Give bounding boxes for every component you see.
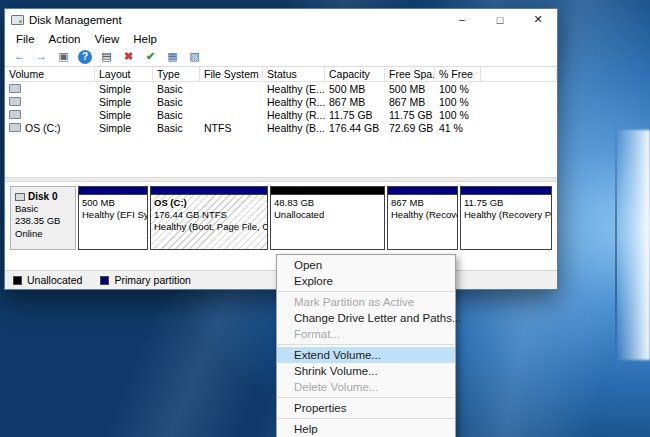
partition-size: 500 MB (82, 197, 144, 209)
column-volume[interactable]: Volume (5, 67, 95, 81)
title-bar[interactable]: Disk Management − □ ✕ (5, 9, 557, 30)
partition-size: 48.83 GB (274, 197, 381, 209)
partition-size: 176.44 GB NTFS (154, 209, 264, 221)
forward-icon[interactable]: → (34, 49, 49, 64)
volume-layout: Simple (95, 83, 153, 95)
column-filler (481, 67, 557, 81)
volume-capacity: 500 MB (325, 83, 385, 95)
volume-layout: Simple (95, 109, 153, 121)
partition-context-menu: Open Explore Mark Partition as Active Ch… (276, 254, 456, 437)
volume-pct-free: 100 % (435, 83, 481, 95)
legend-primary-partition: Primary partition (100, 274, 190, 286)
volume-type: Basic (153, 109, 200, 121)
partition-color-band (271, 187, 384, 195)
partition-size: 11.75 GB (464, 197, 548, 209)
volume-list-pane: Volume Layout Type File System Status Ca… (5, 67, 557, 177)
close-button[interactable]: ✕ (519, 9, 557, 30)
menu-file[interactable]: File (9, 33, 42, 45)
help-icon[interactable]: ? (78, 50, 92, 64)
extend-volume-icon[interactable]: ▦ (165, 49, 180, 64)
column-free-space[interactable]: Free Spa... (385, 67, 435, 81)
menu-help[interactable]: Help (126, 33, 164, 45)
volume-type: Basic (153, 83, 200, 95)
volume-layout: Simple (95, 122, 153, 134)
volume-pct-free: 100 % (435, 96, 481, 108)
menu-item-open[interactable]: Open (277, 257, 455, 273)
volume-row-2[interactable]: Simple Basic Healthy (R... 867 MB 867 MB… (5, 95, 557, 108)
column-layout[interactable]: Layout (95, 67, 153, 81)
partition-color-band (79, 187, 147, 195)
back-icon[interactable]: ← (12, 49, 27, 64)
disk-size: 238.35 GB (15, 215, 71, 227)
disk-0-panel[interactable]: Disk 0 Basic 238.35 GB Online (10, 186, 76, 250)
partition-unallocated[interactable]: 48.83 GB Unallocated (270, 186, 385, 250)
volume-type: Basic (153, 122, 200, 134)
menu-item-mark-partition-active: Mark Partition as Active (277, 294, 455, 310)
partition-status: Unallocated (274, 209, 381, 221)
column-capacity[interactable]: Capacity (325, 67, 385, 81)
volume-icon (9, 110, 21, 119)
shrink-volume-icon[interactable]: ▧ (187, 49, 202, 64)
volume-free: 500 MB (385, 83, 435, 95)
window-controls: − □ ✕ (443, 9, 557, 30)
partition-color-band (151, 187, 267, 195)
volume-row-os-c[interactable]: OS (C:) Simple Basic NTFS Healthy (B... … (5, 121, 557, 134)
partition-color-band (388, 187, 457, 195)
partition-recovery-1[interactable]: 867 MB Healthy (Recove (387, 186, 458, 250)
menu-item-change-drive-letter[interactable]: Change Drive Letter and Paths... (277, 310, 455, 326)
menu-item-delete-volume: Delete Volume... (277, 379, 455, 395)
volume-row-3[interactable]: Simple Basic Healthy (R... 11.75 GB 11.7… (5, 108, 557, 121)
volume-type: Basic (153, 96, 200, 108)
volume-row-1[interactable]: Simple Basic Healthy (E... 500 MB 500 MB… (5, 82, 557, 95)
volume-free: 72.69 GB (385, 122, 435, 134)
partition-size: 867 MB (391, 197, 454, 209)
menu-separator (278, 344, 454, 345)
column-file-system[interactable]: File System (200, 67, 263, 81)
volume-icon (9, 123, 21, 132)
window-title: Disk Management (29, 14, 122, 26)
volume-name: OS (C:) (25, 122, 61, 134)
disk-management-icon (11, 15, 24, 25)
column-type[interactable]: Type (153, 67, 200, 81)
wallpaper-light-glow (616, 130, 650, 360)
partition-name: OS (C:) (154, 197, 264, 209)
menu-action[interactable]: Action (42, 33, 88, 45)
menu-item-shrink-volume[interactable]: Shrink Volume... (277, 363, 455, 379)
primary-partition-swatch-icon (100, 276, 109, 285)
menu-item-explore[interactable]: Explore (277, 273, 455, 289)
menu-item-format: Format... (277, 326, 455, 342)
column-pct-free[interactable]: % Free (435, 67, 481, 81)
partition-status: Healthy (EFI Sy (82, 209, 144, 221)
maximize-button[interactable]: □ (481, 9, 519, 30)
volume-free: 867 MB (385, 96, 435, 108)
volume-list-header: Volume Layout Type File System Status Ca… (5, 67, 557, 82)
volume-pct-free: 100 % (435, 109, 481, 121)
partition-status: Healthy (Recovery Partit (464, 209, 548, 221)
column-status[interactable]: Status (263, 67, 325, 81)
volume-status: Healthy (E... (263, 83, 325, 95)
disk-management-window: Disk Management − □ ✕ File Action View H… (4, 8, 558, 290)
minimize-button[interactable]: − (443, 9, 481, 30)
volume-status: Healthy (R... (263, 109, 325, 121)
legend-unallocated: Unallocated (13, 274, 82, 286)
volume-capacity: 176.44 GB (325, 122, 385, 134)
partition-os-c[interactable]: OS (C:) 176.44 GB NTFS Healthy (Boot, Pa… (150, 186, 268, 250)
disk-type: Basic (15, 203, 71, 215)
volume-icon (9, 97, 21, 106)
menu-item-extend-volume[interactable]: Extend Volume... (277, 347, 455, 363)
partition-efi[interactable]: 500 MB Healthy (EFI Sy (78, 186, 148, 250)
toolbar: ← → ▣ ? ▤ ✖ ✔ ▦ ▧ (5, 47, 557, 67)
menu-separator (278, 418, 454, 419)
volume-fs: NTFS (200, 122, 263, 134)
delete-volume-icon[interactable]: ✖ (121, 49, 136, 64)
menu-separator (278, 291, 454, 292)
menu-item-properties[interactable]: Properties (277, 400, 455, 416)
volume-free: 11.75 GB (385, 109, 435, 121)
menu-item-help[interactable]: Help (277, 421, 455, 437)
menu-view[interactable]: View (88, 33, 127, 45)
unallocated-swatch-icon (13, 276, 22, 285)
console-window-icon[interactable]: ▣ (56, 49, 71, 64)
mark-active-icon[interactable]: ✔ (143, 49, 158, 64)
partition-recovery-2[interactable]: 11.75 GB Healthy (Recovery Partit (460, 186, 552, 250)
properties-icon[interactable]: ▤ (99, 49, 114, 64)
